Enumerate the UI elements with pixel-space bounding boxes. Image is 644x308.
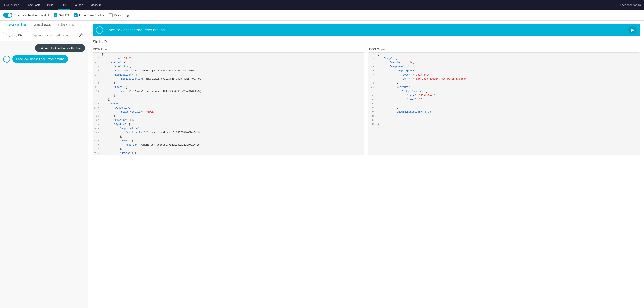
line-content: },: [100, 115, 364, 118]
code-line: 2 ▾ "body": {: [368, 57, 640, 61]
json-output-block[interactable]: 1{2 ▾ "body": {3 "version": "1.0",4 ▾ "r…: [368, 53, 640, 155]
code-line: 8 },: [368, 82, 640, 86]
code-line: 3 ▾ "session": {: [93, 61, 364, 65]
language-select[interactable]: English (US) ▼: [3, 32, 27, 38]
line-number[interactable]: 25 ▾: [93, 152, 100, 155]
line-number: 1: [93, 53, 100, 56]
code-line: 3 "version": "1.0",: [368, 61, 640, 65]
line-content: }: [376, 102, 640, 105]
code-line: 12 },: [93, 98, 364, 102]
line-content: },: [100, 98, 364, 101]
line-content: }: [376, 115, 640, 118]
code-line: 1{: [368, 53, 640, 57]
line-content: "version": "1.0",: [376, 61, 640, 64]
code-line: 24 },: [93, 147, 364, 152]
nav-item-test[interactable]: Test: [58, 0, 70, 10]
line-number: 16: [93, 115, 100, 117]
line-number: 24: [93, 147, 100, 150]
top-nav: < Your Skills | Face Lock Build Test Lau…: [0, 0, 644, 10]
line-content: "userId": "amzn1.ask.account.AE4UEERJABN…: [100, 143, 364, 147]
line-content: "Display": {},: [100, 119, 364, 122]
skill-io-label: Skill I/O: [59, 14, 69, 17]
code-line: 17 }: [368, 119, 640, 123]
line-content: }: [100, 94, 364, 97]
device-log-label: Device Log: [114, 14, 128, 17]
line-number[interactable]: 9 ▾: [368, 86, 376, 89]
echo-show-checkbox-group: ✓ Echo Show Display: [74, 13, 104, 17]
user-message-row: ask face lock to Unlock the bolt: [3, 44, 85, 52]
line-content: "response": {: [376, 65, 640, 68]
skill-io-checkbox[interactable]: ✓: [54, 13, 58, 17]
code-line: 11 }: [93, 94, 364, 98]
test-toggle[interactable]: [3, 13, 12, 18]
tab-voice-tone[interactable]: Voice & Tone: [54, 21, 78, 29]
line-number[interactable]: 3 ▾: [93, 61, 100, 64]
device-log-checkbox[interactable]: [109, 13, 112, 17]
line-number[interactable]: 14 ▾: [93, 106, 100, 109]
line-number: 17: [368, 119, 376, 121]
tab-alexa-simulator[interactable]: Alexa Simulator: [3, 21, 30, 29]
line-content: "AudioPlayer": {: [100, 106, 364, 110]
line-content: "type": "PlainText",: [376, 94, 640, 97]
nav-item-launch[interactable]: Launch: [70, 0, 86, 10]
line-number[interactable]: 19 ▾: [93, 127, 100, 130]
line-content: }: [376, 119, 640, 122]
json-input-block[interactable]: 1{2 "version": "1.0",3 ▾ "session": {4 "…: [92, 53, 364, 155]
code-line: 6 ▾ "application": {: [93, 73, 364, 77]
line-number: 4: [93, 65, 100, 68]
line-number: 13: [368, 102, 376, 105]
line-content: "application": {: [100, 127, 364, 130]
echo-show-label: Echo Show Display: [79, 14, 104, 17]
play-button[interactable]: ▶: [628, 26, 636, 34]
line-number: 12: [368, 98, 376, 101]
line-number: 11: [368, 94, 376, 97]
back-link[interactable]: < Your Skills: [3, 3, 19, 7]
nav-item-measure[interactable]: Measure: [87, 0, 105, 10]
utterance-input-box: 🎤: [30, 32, 85, 39]
line-number[interactable]: 6 ▾: [93, 73, 100, 76]
line-number[interactable]: 2 ▾: [368, 57, 376, 60]
line-content: {: [376, 53, 640, 56]
line-number: 1: [368, 53, 376, 56]
nav-item-build[interactable]: Build: [44, 0, 57, 10]
line-number: 18: [368, 123, 376, 126]
line-content: "type": "PlainText",: [376, 73, 640, 77]
code-line: 20 "applicationId": "amzn1.ask.skill.645…: [93, 131, 364, 135]
mic-icon[interactable]: 🎤: [78, 33, 83, 37]
code-line: 7 "applicationId": "amzn1.ask.skill.645f…: [93, 77, 364, 82]
line-number[interactable]: 18 ▾: [93, 123, 100, 126]
line-content: "session": {: [100, 61, 364, 64]
nav-skill-name[interactable]: Face Lock: [23, 0, 43, 10]
line-number: 5: [93, 69, 100, 72]
alexa-message-row: Face lock doesn't see Peter around: [3, 55, 85, 63]
chat-area: ask face lock to Unlock the bolt Face lo…: [0, 41, 88, 308]
line-number: 10: [93, 90, 100, 93]
code-line: 2 "version": "1.0",: [93, 57, 364, 61]
tab-manual-json[interactable]: Manual JSON: [30, 21, 54, 29]
line-number[interactable]: 5 ▾: [368, 69, 376, 72]
echo-show-checkbox[interactable]: ✓: [74, 13, 78, 17]
utterance-input[interactable]: [32, 34, 77, 37]
code-line: 13 }: [368, 102, 640, 106]
response-orb: [96, 26, 103, 34]
feedback-link[interactable]: Feedback forum: [620, 3, 641, 7]
line-number[interactable]: 9 ▾: [93, 86, 100, 89]
line-number[interactable]: 10 ▾: [368, 90, 376, 93]
json-output-col: JSON Output 1{2 ▾ "body": {3 "version": …: [368, 48, 640, 155]
line-content: "text": "": [376, 98, 640, 101]
line-number: 6: [368, 73, 376, 76]
line-number[interactable]: 13 ▾: [93, 102, 100, 105]
line-content: "userId": "amzn1.ask.account.AE4UEERJABN…: [100, 90, 364, 93]
lang-value: English (US): [6, 34, 22, 37]
line-number: 8: [368, 82, 376, 84]
response-bar: Face lock doesn't see Peter around ▶: [92, 24, 640, 36]
line-number[interactable]: 4 ▾: [368, 65, 376, 68]
line-number[interactable]: 22 ▾: [93, 139, 100, 142]
line-content: "applicationId": "amzn1.ask.skill.645f00…: [100, 131, 364, 134]
skill-io-checkbox-group: ✓ Skill I/O: [54, 13, 69, 17]
line-number: 2: [93, 57, 100, 60]
code-line: 23 "userId": "amzn1.ask.account.AE4UEERJ…: [93, 143, 364, 147]
line-number: 14: [368, 106, 376, 109]
toggle-label: Test is enabled for this skill: [14, 14, 49, 17]
line-content: "user": {: [100, 86, 364, 89]
